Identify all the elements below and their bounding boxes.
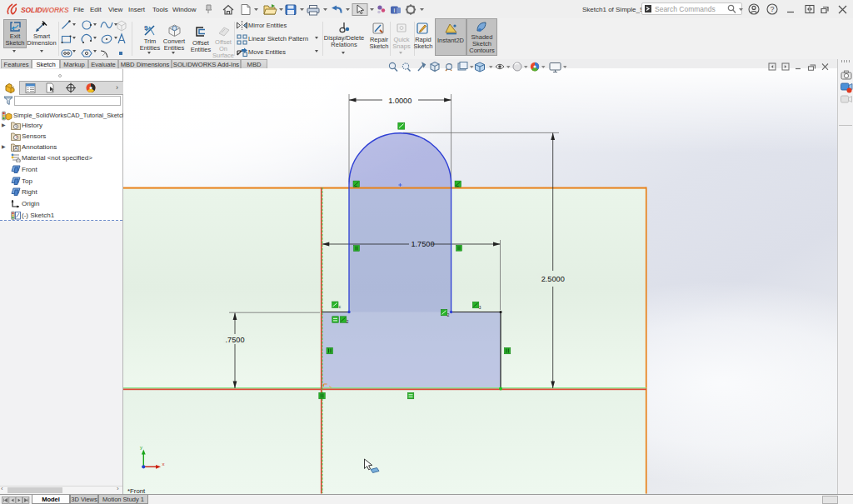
svg-text:2.5000: 2.5000: [541, 275, 565, 283]
svg-text:2: 2: [347, 320, 349, 324]
svg-text:y: y: [140, 445, 142, 450]
svg-text:i: i: [394, 7, 396, 14]
svg-text:*Front: *Front: [127, 487, 146, 494]
svg-text:A: A: [14, 146, 17, 151]
svg-text:1.7500: 1.7500: [411, 240, 434, 248]
svg-text:x: x: [162, 462, 165, 467]
svg-text:2: 2: [447, 313, 450, 317]
svg-text:?: ?: [770, 5, 774, 13]
svg-text:1.0000: 1.0000: [388, 97, 412, 105]
svg-text:.7500: .7500: [226, 336, 245, 344]
svg-text:3: 3: [479, 306, 481, 310]
